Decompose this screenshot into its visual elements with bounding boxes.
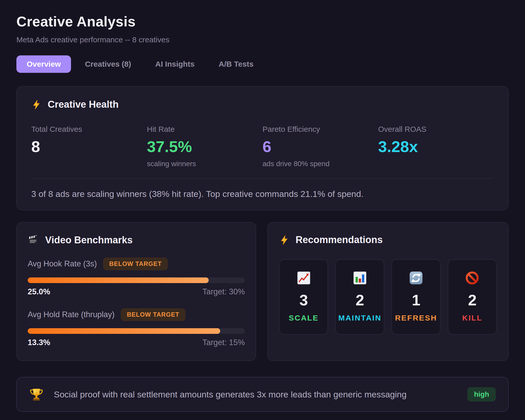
tab-creatives[interactable]: Creatives (8) <box>75 55 141 73</box>
progress-track <box>28 328 245 334</box>
metric-value: 37.5% <box>147 139 262 155</box>
rec-count: 1 <box>412 293 420 308</box>
benchmark-value: 13.3% <box>28 338 50 347</box>
recommendations-card: Recommendations 3 SCALE <box>267 222 509 361</box>
recommendation-tiles: 3 SCALE 2 MAINTAIN <box>279 259 497 335</box>
rec-tile-refresh: 1 REFRESH <box>391 259 440 335</box>
card-title: Creative Health <box>48 99 119 110</box>
metric-sublabel <box>378 160 494 167</box>
prohibited-icon <box>465 271 480 285</box>
benchmark-value: 25.0% <box>28 287 50 296</box>
rec-tile-scale: 3 SCALE <box>279 259 328 335</box>
tab-bar: Overview Creatives (8) AI Insights A/B T… <box>16 55 509 73</box>
tab-overview[interactable]: Overview <box>16 55 71 73</box>
metric-label: Pareto Efficiency <box>262 125 378 134</box>
insight-text: Social proof with real settlement amount… <box>54 389 457 399</box>
progress-fill <box>28 277 209 283</box>
metric-sublabel <box>31 160 147 167</box>
metric-value: 3.28x <box>378 139 494 155</box>
status-badge: BELOW TARGET <box>121 308 186 321</box>
benchmark-hold-rate: Avg Hold Rate (thruplay) BELOW TARGET 13… <box>28 308 245 347</box>
zap-icon <box>279 235 289 245</box>
metric-label: Overall ROAS <box>378 125 494 134</box>
page-title: Creative Analysis <box>16 13 509 30</box>
metric-pareto-efficiency: Pareto Efficiency 6 ads drive 80% spend <box>262 125 378 168</box>
clapper-icon <box>28 234 39 246</box>
benchmark-label: Avg Hook Rate (3s) <box>28 259 97 268</box>
benchmark-hook-rate: Avg Hook Rate (3s) BELOW TARGET 25.0% Ta… <box>28 257 245 296</box>
rec-tile-maintain: 2 MAINTAIN <box>335 259 384 335</box>
rec-tile-kill: 2 KILL <box>448 259 497 335</box>
metric-label: Hit Rate <box>147 125 262 134</box>
bar-chart-icon <box>352 271 367 285</box>
tab-ab-tests[interactable]: A/B Tests <box>208 55 264 73</box>
metric-sublabel: ads drive 80% spend <box>262 160 378 168</box>
benchmark-target: Target: 30% <box>203 287 245 296</box>
metric-total-creatives: Total Creatives 8 <box>31 125 147 168</box>
status-badge: BELOW TARGET <box>103 257 168 270</box>
divider <box>31 178 494 179</box>
trophy-icon <box>29 387 44 402</box>
metric-label: Total Creatives <box>31 125 147 134</box>
creative-analysis-page: Creative Analysis Meta Ads creative perf… <box>16 13 509 412</box>
refresh-icon <box>409 271 423 285</box>
rec-label: MAINTAIN <box>338 314 381 322</box>
video-benchmarks-card: Video Benchmarks Avg Hook Rate (3s) BELO… <box>16 222 256 361</box>
rec-label: KILL <box>462 314 482 322</box>
metric-value: 8 <box>31 139 147 155</box>
insight-bar: Social proof with real settlement amount… <box>16 377 509 412</box>
rec-label: REFRESH <box>395 314 437 322</box>
rec-label: SCALE <box>289 314 319 322</box>
metric-hit-rate: Hit Rate 37.5% scaling winners <box>147 125 262 168</box>
metric-overall-roas: Overall ROAS 3.28x <box>378 125 494 168</box>
zap-icon <box>31 99 42 110</box>
rec-count: 2 <box>468 293 477 308</box>
progress-track <box>28 277 245 283</box>
metric-sublabel: scaling winners <box>147 160 262 168</box>
rec-count: 2 <box>356 293 364 308</box>
health-metrics: Total Creatives 8 Hit Rate 37.5% scaling… <box>31 125 494 168</box>
tab-ai-insights[interactable]: AI Insights <box>145 55 205 73</box>
metric-value: 6 <box>262 139 378 155</box>
creative-health-card: Creative Health Total Creatives 8 Hit Ra… <box>16 86 509 210</box>
page-subtitle: Meta Ads creative performance -- 8 creat… <box>16 35 509 44</box>
health-summary: 3 of 8 ads are scaling winners (38% hit … <box>31 189 494 199</box>
progress-fill <box>28 328 220 334</box>
card-title: Video Benchmarks <box>45 235 133 246</box>
card-title: Recommendations <box>296 234 383 245</box>
chart-increasing-icon <box>296 271 311 285</box>
benchmark-label: Avg Hold Rate (thruplay) <box>28 310 115 319</box>
priority-badge: high <box>467 387 496 402</box>
rec-count: 3 <box>299 293 308 308</box>
benchmark-target: Target: 15% <box>203 338 245 347</box>
